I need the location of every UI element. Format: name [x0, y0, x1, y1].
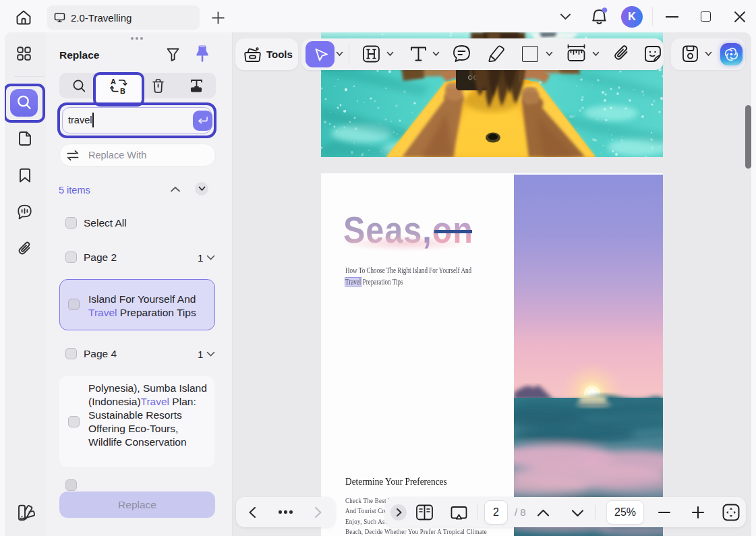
svg-text:A: A — [111, 78, 116, 86]
svg-text:B: B — [120, 87, 125, 95]
